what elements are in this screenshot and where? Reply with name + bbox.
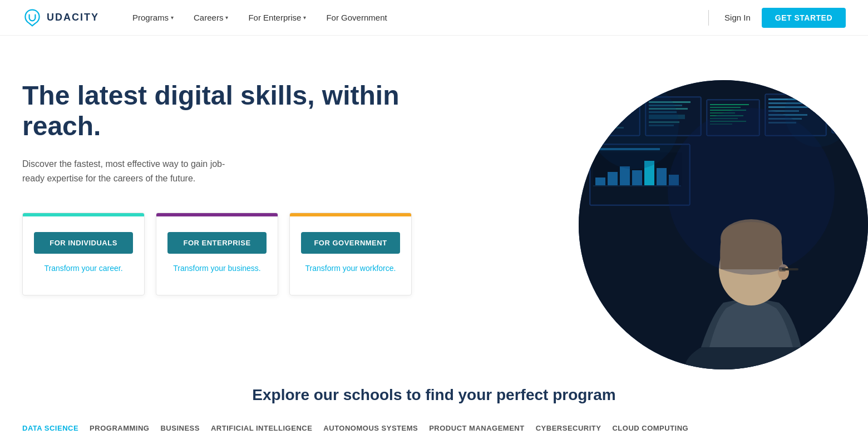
svg-rect-41 (835, 105, 857, 106)
nav-right: Sign In GET STARTED (704, 8, 846, 28)
programs-chevron-icon: ▾ (171, 14, 174, 21)
svg-point-71 (785, 80, 851, 147)
svg-rect-3 (593, 107, 627, 108)
svg-point-61 (852, 87, 861, 96)
card-body-individuals: FOR INDIVIDUALS Transform your career. (23, 216, 144, 282)
tab-programming[interactable]: PROGRAMMING (90, 424, 160, 434)
svg-rect-56 (657, 168, 667, 185)
svg-rect-22 (710, 107, 741, 108)
tab-ai[interactable]: ARTIFICIAL INTELLIGENCE (211, 424, 323, 434)
nav-government[interactable]: For Government (326, 13, 387, 22)
svg-point-70 (590, 80, 679, 169)
tab-cybersecurity[interactable]: CYBERSECURITY (536, 424, 613, 434)
svg-rect-38 (832, 97, 868, 133)
svg-rect-39 (833, 98, 867, 132)
svg-rect-4 (593, 110, 618, 112)
navbar: UDACITY Programs ▾ Careers ▾ For Enterpr… (0, 0, 868, 36)
svg-rect-53 (620, 166, 630, 185)
for-enterprise-button[interactable]: FOR ENTERPRISE (167, 232, 267, 254)
svg-rect-8 (593, 124, 615, 125)
careers-chevron-icon: ▾ (225, 14, 228, 21)
nav-enterprise[interactable]: For Enterprise ▾ (248, 13, 306, 22)
for-government-button[interactable]: FOR GOVERNMENT (301, 232, 400, 254)
tab-autonomous-systems[interactable]: AUTONOMOUS SYSTEMS (323, 424, 429, 434)
nav-links: Programs ▾ Careers ▾ For Enterprise ▾ Fo… (132, 13, 704, 22)
svg-rect-6 (593, 117, 613, 119)
get-started-button[interactable]: GET STARTED (762, 8, 846, 28)
svg-rect-44 (835, 115, 860, 116)
nav-programs[interactable]: Programs ▾ (132, 13, 174, 22)
udacity-logo-icon (22, 8, 42, 28)
hero-section: The latest digital skills, within reach.… (0, 36, 868, 358)
card-body-government: FOR GOVERNMENT Transform your workforce. (290, 216, 411, 282)
svg-rect-51 (595, 177, 605, 185)
svg-rect-43 (835, 111, 855, 113)
nav-divider (708, 10, 709, 26)
schools-tabs: DATA SCIENCE PROGRAMMING BUSINESS ARTIFI… (22, 424, 846, 434)
svg-point-60 (841, 87, 850, 96)
card-desc-enterprise: Transform your business. (173, 264, 260, 273)
hero-image-area (579, 80, 868, 369)
cards-row: FOR INDIVIDUALS Transform your career. F… (22, 213, 412, 295)
card-desc-government: Transform your workforce. (305, 264, 396, 273)
schools-section: Explore our schools to find your perfect… (0, 358, 868, 434)
for-individuals-button[interactable]: FOR INDIVIDUALS (34, 232, 133, 254)
card-body-enterprise: FOR ENTERPRISE Transform your business. (156, 216, 278, 282)
card-individuals: FOR INDIVIDUALS Transform your career. (22, 213, 145, 295)
svg-point-59 (830, 87, 839, 96)
cybersecurity-illustration (579, 80, 868, 369)
hero-subtitle: Discover the fastest, most effective way… (22, 157, 234, 185)
svg-rect-7 (593, 120, 621, 122)
logo[interactable]: UDACITY (22, 8, 99, 28)
logo-text: UDACITY (47, 12, 99, 23)
enterprise-chevron-icon: ▾ (303, 14, 306, 21)
nav-careers[interactable]: Careers ▾ (194, 13, 228, 22)
card-enterprise: FOR ENTERPRISE Transform your business. (156, 213, 278, 295)
svg-rect-5 (593, 114, 624, 115)
svg-rect-42 (835, 108, 862, 110)
tab-cloud-computing[interactable]: CLOUD COMPUTING (612, 424, 699, 434)
svg-rect-45 (835, 118, 856, 120)
svg-rect-40 (835, 101, 863, 103)
svg-rect-52 (608, 172, 618, 185)
schools-title: Explore our schools to find your perfect… (22, 386, 846, 404)
tab-data-science[interactable]: DATA SCIENCE (22, 424, 90, 434)
svg-rect-54 (632, 170, 642, 185)
sign-in-button[interactable]: Sign In (724, 13, 751, 22)
tab-business[interactable]: BUSINESS (160, 424, 210, 434)
hero-left: The latest digital skills, within reach.… (22, 69, 412, 295)
svg-rect-46 (835, 121, 859, 123)
tab-product-management[interactable]: PRODUCT MANAGEMENT (429, 424, 536, 434)
hero-circle-image (579, 80, 868, 369)
hero-title: The latest digital skills, within reach. (22, 80, 412, 141)
card-government: FOR GOVERNMENT Transform your workforce. (289, 213, 412, 295)
svg-rect-21 (710, 104, 749, 105)
card-desc-individuals: Transform your career. (44, 264, 122, 273)
